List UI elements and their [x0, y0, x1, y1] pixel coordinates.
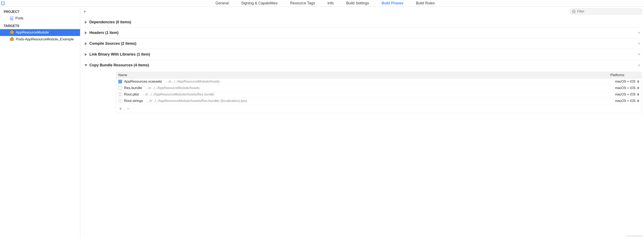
sidebar-project-header: PROJECT — [0, 9, 80, 15]
platform-label: macOS + iOS — [615, 99, 636, 103]
sidebar-target-pods-example[interactable]: Pods-AppResourceModule_Example — [0, 36, 80, 43]
phase-title: Link Binary With Libraries (1 item) — [90, 52, 150, 57]
platform-label: macOS + iOS — [615, 86, 636, 90]
phase-title: Headers (1 item) — [90, 31, 118, 35]
disclosure-triangle-icon[interactable] — [85, 53, 87, 56]
remove-phase-button[interactable]: × — [638, 63, 642, 68]
phase-link-binary[interactable]: Link Binary With Libraries (1 item) × — [85, 49, 642, 60]
sidebar-targets-header: TARGETS — [0, 23, 80, 29]
resource-path: …in ../../AppResourceModule/Assets — [165, 80, 220, 83]
tab-general[interactable]: General — [215, 1, 229, 6]
content-area: ＋ Dependencies (0 items) Headers (1 item… — [80, 7, 644, 238]
tab-info[interactable]: Info — [328, 1, 334, 6]
resource-path: …in ../../AppResourceModule/Assets/Res.b… — [146, 99, 247, 103]
column-header-name[interactable]: Name — [116, 72, 608, 78]
resource-path: …in ../../AppResourceModule/Assets — [145, 86, 200, 90]
disclosure-triangle-icon[interactable] — [85, 21, 87, 24]
resource-path: …in ../../AppResourceModule/Assets/Res.b… — [142, 93, 214, 96]
phase-toolbar: ＋ — [80, 7, 644, 16]
resource-name: AppResources.xcassets — [124, 80, 162, 84]
watermark: CSDN @边城998 — [626, 235, 643, 237]
phase-title: Copy Bundle Resources (4 items) — [90, 63, 149, 67]
stepper-icon[interactable] — [637, 87, 639, 89]
sidebar-item-label: Pods-AppResourceModule_Example — [16, 37, 74, 41]
remove-phase-button[interactable]: × — [638, 52, 642, 57]
folder-icon — [118, 80, 122, 83]
bundle-icon — [118, 86, 122, 90]
sidebar-item-label: AppResourceModule — [16, 30, 49, 35]
add-resource-button[interactable]: ＋ — [118, 105, 122, 112]
table-row[interactable]: AppResources.xcassets …in ../../AppResou… — [116, 78, 641, 85]
tab-signing[interactable]: Signing & Capabilities — [241, 1, 278, 6]
resource-platform[interactable]: macOS + iOS — [608, 86, 639, 90]
table-row[interactable]: Root.strings …in ../../AppResourceModule… — [116, 98, 641, 104]
resource-name: Root.plist — [124, 92, 139, 97]
document-icon — [10, 17, 13, 20]
tab-build-settings[interactable]: Build Settings — [346, 1, 369, 6]
project-tabs: General Signing & Capabilities Resource … — [6, 1, 644, 6]
resources-table: Name Platforms AppResources.xcassets …in… — [116, 72, 642, 113]
disclosure-triangle-icon[interactable] — [84, 64, 87, 66]
resource-platform[interactable]: macOS + iOS — [608, 93, 639, 96]
add-phase-button[interactable]: ＋ — [82, 8, 87, 15]
stepper-icon[interactable] — [637, 100, 639, 102]
build-phases-list: Dependencies (0 items) Headers (1 item) … — [80, 16, 644, 121]
phase-compile-sources[interactable]: Compile Sources (2 items) × — [85, 38, 642, 49]
project-doc-icon[interactable] — [1, 2, 4, 5]
top-tab-bar: General Signing & Capabilities Resource … — [0, 0, 644, 7]
sidebar-project-pods[interactable]: Pods — [0, 15, 80, 22]
filter-field[interactable] — [570, 9, 642, 14]
briefcase-icon — [10, 31, 14, 34]
disclosure-triangle-icon[interactable] — [85, 32, 87, 34]
filter-input[interactable] — [577, 10, 640, 13]
sidebar: PROJECT Pods TARGETS AppResourceModule P… — [0, 7, 80, 238]
tab-build-phases[interactable]: Build Phases — [382, 1, 403, 6]
phase-title: Dependencies (0 items) — [90, 20, 131, 24]
resource-platform[interactable]: macOS + iOS — [608, 80, 639, 83]
column-header-platforms[interactable]: Platforms — [608, 72, 641, 78]
plist-icon — [118, 93, 122, 96]
tab-resource-tags[interactable]: Resource Tags — [290, 1, 315, 6]
phase-dependencies[interactable]: Dependencies (0 items) — [85, 17, 642, 27]
resource-name: Res.bundle — [124, 86, 142, 90]
table-row[interactable]: Res.bundle …in ../../AppResourceModule/A… — [116, 85, 641, 91]
remove-phase-button[interactable]: × — [638, 30, 642, 35]
resources-footer: ＋ － — [116, 104, 641, 113]
main-split: PROJECT Pods TARGETS AppResourceModule P… — [0, 7, 644, 238]
remove-phase-button[interactable]: × — [638, 41, 642, 46]
phase-title: Compile Sources (2 items) — [90, 41, 136, 46]
resource-platform[interactable]: macOS + iOS — [608, 99, 639, 103]
briefcase-icon — [10, 38, 14, 41]
tab-build-rules[interactable]: Build Rules — [416, 1, 435, 6]
strings-icon — [118, 99, 122, 103]
resources-header-row: Name Platforms — [116, 72, 641, 78]
remove-resource-button[interactable]: － — [126, 105, 130, 112]
table-row[interactable]: Root.plist …in ../../AppResourceModule/A… — [116, 91, 641, 98]
stepper-icon[interactable] — [637, 93, 639, 96]
disclosure-triangle-icon[interactable] — [85, 42, 87, 45]
platform-label: macOS + iOS — [615, 93, 636, 96]
phase-copy-bundle-resources[interactable]: Copy Bundle Resources (4 items) × — [85, 60, 642, 71]
platform-label: macOS + iOS — [615, 80, 636, 83]
stepper-icon[interactable] — [637, 80, 639, 83]
sidebar-target-appresourcemodule[interactable]: AppResourceModule — [0, 29, 80, 36]
filter-icon — [572, 10, 576, 13]
sidebar-item-label: Pods — [16, 16, 24, 20]
phase-headers[interactable]: Headers (1 item) × — [85, 27, 642, 38]
resource-name: Root.strings — [124, 99, 143, 103]
